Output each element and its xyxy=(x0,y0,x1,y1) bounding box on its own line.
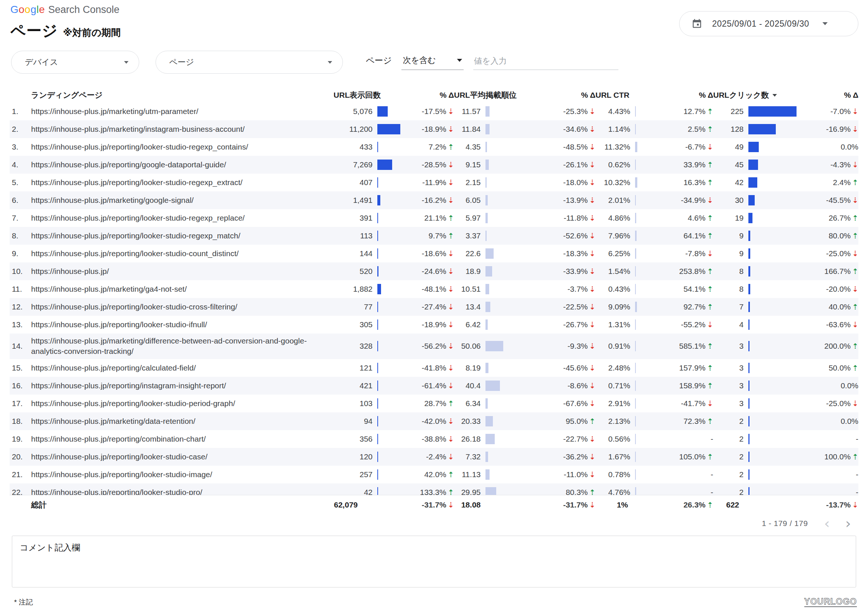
delta-down-icon: ⇣ xyxy=(852,285,859,294)
watermark-logo: YOURLOGO xyxy=(804,597,857,607)
next-page-icon[interactable]: › xyxy=(843,516,853,531)
clicks-bar-container xyxy=(747,363,798,373)
col-header-ctr-delta[interactable]: % Δ xyxy=(640,91,713,99)
col-header-landing-page[interactable]: ランディングページ xyxy=(31,90,324,100)
impressions-bar xyxy=(377,302,378,312)
table-row[interactable]: 21.https://inhouse-plus.jp/reporting/loo… xyxy=(9,466,859,483)
ctr-delta: -34.9%⇣ xyxy=(640,196,713,205)
impressions-value: 356 xyxy=(324,435,375,443)
avg-position-bar-container xyxy=(484,284,505,294)
table-row[interactable]: 6.https://inhouse-plus.jp/marketing/goog… xyxy=(9,191,859,209)
avg-position-bar-container xyxy=(484,231,505,241)
ctr-bar xyxy=(635,213,636,223)
impressions-value: 77 xyxy=(324,302,375,311)
delta-up-icon: ⇡ xyxy=(707,302,713,311)
avg-position-delta: -52.6%⇣ xyxy=(505,231,595,240)
col-header-avg-position-delta[interactable]: % Δ xyxy=(505,91,595,99)
table-row[interactable]: 9.https://inhouse-plus.jp/reporting/look… xyxy=(9,245,859,262)
table-row[interactable]: 20.https://inhouse-plus.jp/reporting/loo… xyxy=(9,448,859,466)
table-row[interactable]: 15.https://inhouse-plus.jp/reporting/cal… xyxy=(9,359,859,377)
table-row[interactable]: 18.https://inhouse-plus.jp/marketing/dat… xyxy=(9,412,859,430)
clicks-bar-container xyxy=(747,231,798,241)
ctr-bar-container xyxy=(633,159,640,170)
clicks-delta: 0.0% xyxy=(798,381,859,390)
col-header-clicks[interactable]: URLクリック数 xyxy=(713,90,798,100)
row-rank: 16. xyxy=(9,381,31,390)
clicks-bar xyxy=(749,106,797,117)
clicks-bar-container xyxy=(747,319,798,330)
prev-page-icon[interactable]: ‹ xyxy=(822,516,832,531)
table-row[interactable]: 3.https://inhouse-plus.jp/reporting/look… xyxy=(9,138,859,156)
table-row[interactable]: 7.https://inhouse-plus.jp/reporting/look… xyxy=(9,209,859,227)
col-header-ctr[interactable]: URL CTR xyxy=(595,91,640,99)
device-filter-dropdown[interactable]: デバイス xyxy=(11,51,139,74)
impressions-bar xyxy=(377,487,378,495)
ctr-delta: 4.6%⇡ xyxy=(640,214,713,223)
landing-page-url: https://inhouse-plus.jp/reporting/looker… xyxy=(31,246,324,261)
table-row[interactable]: 17.https://inhouse-plus.jp/reporting/loo… xyxy=(9,395,859,412)
clicks-bar xyxy=(749,124,776,135)
delta-down-icon: ⇣ xyxy=(589,249,595,258)
clicks-delta: 80.0%⇡ xyxy=(798,231,859,240)
table-row[interactable]: 2.https://inhouse-plus.jp/marketing/inst… xyxy=(9,120,859,138)
delta-down-icon: ⇣ xyxy=(589,302,595,311)
landing-page-url: https://inhouse-plus.jp/marketing/instag… xyxy=(31,122,324,136)
table-row[interactable]: 8.https://inhouse-plus.jp/reporting/look… xyxy=(9,227,859,245)
chevron-down-icon xyxy=(457,59,462,62)
table-row[interactable]: 10.https://inhouse-plus.jp/520-24.6%⇣18.… xyxy=(9,262,859,280)
avg-position-delta: 80.3%⇡ xyxy=(505,488,595,495)
ctr-bar-container xyxy=(633,416,640,426)
avg-position-delta: -22.7%⇣ xyxy=(505,435,595,443)
table-row[interactable]: 16.https://inhouse-plus.jp/reporting/ins… xyxy=(9,377,859,395)
condition-value-input[interactable] xyxy=(473,56,618,70)
ctr-delta: - xyxy=(640,470,713,479)
avg-position-bar-container xyxy=(484,452,505,462)
col-header-clicks-delta[interactable]: % Δ xyxy=(798,91,859,99)
col-header-impressions-delta[interactable]: % Δ xyxy=(401,91,454,99)
table-row[interactable]: 13.https://inhouse-plus.jp/reporting/loo… xyxy=(9,316,859,334)
delta-up-icon: ⇡ xyxy=(852,214,859,223)
delta-down-icon: ⇣ xyxy=(852,196,859,205)
delta-up-icon: ⇡ xyxy=(448,470,454,479)
col-header-avg-position[interactable]: URL平均掲載順位 xyxy=(454,90,505,100)
avg-position-bar xyxy=(485,452,488,462)
delta-down-icon: ⇣ xyxy=(589,470,595,479)
table-row[interactable]: 22.https://inhouse-plus.jp/reporting/loo… xyxy=(9,483,859,495)
clicks-bar-container xyxy=(747,177,798,188)
date-range-picker[interactable]: 2025/09/01 - 2025/09/30 xyxy=(679,11,859,36)
impressions-bar xyxy=(377,106,388,117)
table-row[interactable]: 5.https://inhouse-plus.jp/reporting/look… xyxy=(9,173,859,191)
ctr-value: 0.78% xyxy=(595,470,633,479)
table-row[interactable]: 4.https://inhouse-plus.jp/reporting/goog… xyxy=(9,156,859,173)
impressions-bar-container xyxy=(375,213,401,223)
col-header-impressions[interactable]: URL表示回数 xyxy=(324,90,401,100)
page-filter-dropdown[interactable]: ページ xyxy=(155,51,343,74)
impressions-delta: -61.4%⇣ xyxy=(401,381,454,390)
landing-page-url: https://inhouse-plus.jp/reporting/looker… xyxy=(31,485,324,495)
avg-position-bar xyxy=(485,266,492,277)
google-logo-letter: o xyxy=(19,4,25,15)
clicks-value: 7 xyxy=(713,302,747,311)
avg-position-value: 29.95 xyxy=(454,488,484,495)
table-row[interactable]: 12.https://inhouse-plus.jp/reporting/loo… xyxy=(9,298,859,316)
table-row[interactable]: 19.https://inhouse-plus.jp/reporting/com… xyxy=(9,430,859,448)
condition-operator-select[interactable]: 次を含む xyxy=(401,55,463,70)
impressions-value: 11,200 xyxy=(324,125,375,134)
ctr-bar xyxy=(635,319,636,330)
table-row[interactable]: 1.https://inhouse-plus.jp/marketing/utm-… xyxy=(9,102,859,120)
table-row[interactable]: 11.https://inhouse-plus.jp/marketing/ga4… xyxy=(9,280,859,298)
avg-position-bar xyxy=(485,284,489,294)
ctr-delta: -6.7%⇣ xyxy=(640,142,713,152)
comment-box[interactable]: コメント記入欄 xyxy=(12,536,856,587)
impressions-delta: -38.8%⇣ xyxy=(401,435,454,443)
ctr-value: 6.25% xyxy=(595,249,633,258)
condition-filter: ページ 次を含む xyxy=(366,55,618,70)
delta-down-icon: ⇣ xyxy=(448,364,454,372)
ctr-bar xyxy=(635,284,636,294)
clicks-bar xyxy=(749,159,758,170)
table-row[interactable]: 14.https://inhouse-plus.jp/marketing/dif… xyxy=(9,334,859,359)
page-range-label: 1 - 179 / 179 xyxy=(762,519,808,528)
avg-position-value: 2.15 xyxy=(454,178,484,187)
page-title-note: ※対前の期間 xyxy=(63,26,121,39)
impressions-bar-container xyxy=(375,398,401,409)
